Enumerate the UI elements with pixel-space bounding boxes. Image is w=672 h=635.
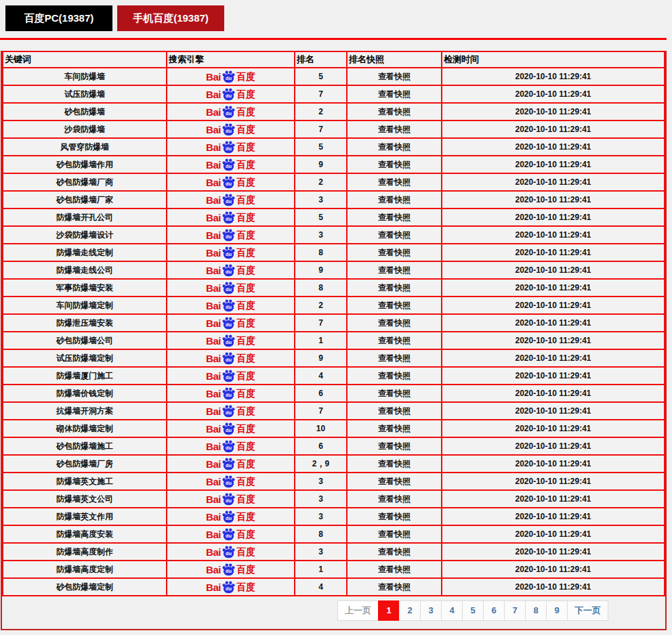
page-button-2[interactable]: 2 xyxy=(399,600,421,621)
view-snapshot-link[interactable]: 查看快照 xyxy=(378,195,411,204)
baidu-logo: Bai du 百度 xyxy=(206,334,255,347)
snapshot-cell: 查看快照 xyxy=(347,420,442,437)
pagination: 上一页 123456789 下一页 xyxy=(338,600,608,621)
view-snapshot-link[interactable]: 查看快照 xyxy=(378,477,411,486)
snapshot-cell: 查看快照 xyxy=(347,578,442,596)
svg-text:du: du xyxy=(226,128,232,134)
view-snapshot-link[interactable]: 查看快照 xyxy=(378,72,411,81)
view-snapshot-link[interactable]: 查看快照 xyxy=(378,230,411,240)
time-cell: 2020-10-10 11:29:41 xyxy=(442,191,665,209)
time-cell: 2020-10-10 11:29:41 xyxy=(442,279,665,297)
header-time: 检测时间 xyxy=(442,51,665,68)
engine-cell: Bai du 百度 xyxy=(167,332,295,349)
keyword-cell: 风管穿防爆墙 xyxy=(3,138,167,156)
view-snapshot-link[interactable]: 查看快照 xyxy=(378,318,411,328)
baidu-logo-cn-text: 百度 xyxy=(236,494,255,504)
baidu-logo-bai-text: Bai xyxy=(206,89,221,100)
view-snapshot-link[interactable]: 查看快照 xyxy=(378,248,411,257)
view-snapshot-link[interactable]: 查看快照 xyxy=(378,353,411,363)
rank-cell: 9 xyxy=(295,349,347,367)
page-button-4[interactable]: 4 xyxy=(441,600,463,621)
keyword-cell: 防爆墙高度定制 xyxy=(3,561,167,578)
view-snapshot-link[interactable]: 查看快照 xyxy=(378,160,411,169)
time-cell: 2020-10-10 11:29:41 xyxy=(442,68,665,85)
baidu-logo: Bai du 百度 xyxy=(206,193,255,206)
baidu-logo-cn-text: 百度 xyxy=(236,547,255,556)
baidu-logo-cn-text: 百度 xyxy=(236,582,255,592)
view-snapshot-link[interactable]: 查看快照 xyxy=(378,371,411,380)
view-snapshot-link[interactable]: 查看快照 xyxy=(378,565,411,574)
baidu-logo-bai-text: Bai xyxy=(206,265,221,276)
view-snapshot-link[interactable]: 查看快照 xyxy=(378,547,411,556)
view-snapshot-link[interactable]: 查看快照 xyxy=(378,213,411,222)
view-snapshot-link[interactable]: 查看快照 xyxy=(378,336,411,345)
baidu-logo-bai-text: Bai xyxy=(206,72,221,82)
baidu-logo-cn-text: 百度 xyxy=(236,301,255,310)
baidu-logo: Bai du 百度 xyxy=(206,316,255,330)
time-cell: 2020-10-10 11:29:41 xyxy=(442,525,665,543)
table-row: 风管穿防爆墙 Bai du 百度 5 查看快照 2020-10-10 11:29… xyxy=(3,138,665,156)
keyword-cell: 砂包防爆墙 xyxy=(3,103,167,121)
tab-baidu-pc[interactable]: 百度PC(19387) xyxy=(5,5,112,31)
view-snapshot-link[interactable]: 查看快照 xyxy=(378,265,411,275)
header-keyword: 关键词 xyxy=(3,51,167,68)
rank-cell: 3 xyxy=(295,508,347,525)
view-snapshot-link[interactable]: 查看快照 xyxy=(378,441,411,451)
page-button-1[interactable]: 1 xyxy=(378,600,400,621)
page-button-5[interactable]: 5 xyxy=(462,600,484,621)
engine-cell: Bai du 百度 xyxy=(167,314,295,332)
view-snapshot-link[interactable]: 查看快照 xyxy=(378,107,411,116)
baidu-logo: Bai du 百度 xyxy=(206,299,255,312)
view-snapshot-link[interactable]: 查看快照 xyxy=(378,142,411,152)
prev-page-button[interactable]: 上一页 xyxy=(337,600,379,621)
svg-text:du: du xyxy=(226,181,232,187)
baidu-logo-cn-text: 百度 xyxy=(236,336,255,345)
view-snapshot-link[interactable]: 查看快照 xyxy=(378,301,411,310)
view-snapshot-link[interactable]: 查看快照 xyxy=(378,512,411,521)
baidu-paw-icon: du xyxy=(222,281,236,294)
page-button-6[interactable]: 6 xyxy=(483,600,505,621)
svg-text:du: du xyxy=(226,234,232,240)
view-snapshot-link[interactable]: 查看快照 xyxy=(378,424,411,433)
baidu-paw-icon: du xyxy=(222,105,236,118)
baidu-paw-icon: du xyxy=(222,545,236,559)
baidu-logo-cn-text: 百度 xyxy=(236,195,255,204)
tab-baidu-mobile[interactable]: 手机百度(19387) xyxy=(117,5,224,31)
view-snapshot-link[interactable]: 查看快照 xyxy=(378,459,411,468)
rank-cell: 2 xyxy=(295,103,347,121)
baidu-logo-cn-text: 百度 xyxy=(236,160,255,169)
table-row: 防爆墙价钱定制 Bai du 百度 6 查看快照 2020-10-10 11:2… xyxy=(3,385,665,402)
rank-cell: 4 xyxy=(295,367,347,385)
baidu-logo-bai-text: Bai xyxy=(206,582,221,592)
header-engine: 搜索引擎 xyxy=(167,51,295,68)
view-snapshot-link[interactable]: 查看快照 xyxy=(378,582,411,592)
baidu-paw-icon: du xyxy=(222,316,236,330)
view-snapshot-link[interactable]: 查看快照 xyxy=(378,406,411,416)
view-snapshot-link[interactable]: 查看快照 xyxy=(378,529,411,539)
next-page-button[interactable]: 下一页 xyxy=(567,600,608,621)
time-cell: 2020-10-10 11:29:41 xyxy=(442,173,665,191)
keyword-rank-table: 关键词 搜索引擎 排名 排名快照 检测时间 车间防爆墙 Bai du 百 xyxy=(2,51,665,596)
view-snapshot-link[interactable]: 查看快照 xyxy=(378,283,411,292)
page-button-8[interactable]: 8 xyxy=(525,600,547,621)
view-snapshot-link[interactable]: 查看快照 xyxy=(378,494,411,504)
page-button-7[interactable]: 7 xyxy=(504,600,526,621)
keyword-cell: 防爆墙英文公司 xyxy=(3,490,167,508)
snapshot-cell: 查看快照 xyxy=(347,490,442,508)
baidu-logo: Bai du 百度 xyxy=(206,351,255,365)
view-snapshot-link[interactable]: 查看快照 xyxy=(378,125,411,134)
baidu-logo-bai-text: Bai xyxy=(206,301,221,311)
baidu-logo: Bai du 百度 xyxy=(206,175,255,189)
page-button-3[interactable]: 3 xyxy=(420,600,442,621)
view-snapshot-link[interactable]: 查看快照 xyxy=(378,177,411,187)
view-snapshot-link[interactable]: 查看快照 xyxy=(378,389,411,398)
baidu-paw-icon: du xyxy=(222,527,236,541)
page-button-9[interactable]: 9 xyxy=(546,600,568,621)
keyword-cell: 车间防爆墙 xyxy=(3,68,167,85)
snapshot-cell: 查看快照 xyxy=(347,156,442,173)
baidu-logo-bai-text: Bai xyxy=(206,406,221,416)
baidu-logo-bai-text: Bai xyxy=(206,389,221,399)
time-cell: 2020-10-10 11:29:41 xyxy=(442,156,665,173)
view-snapshot-link[interactable]: 查看快照 xyxy=(378,89,411,99)
keyword-cell: 砂包防爆墙定制 xyxy=(3,578,167,596)
